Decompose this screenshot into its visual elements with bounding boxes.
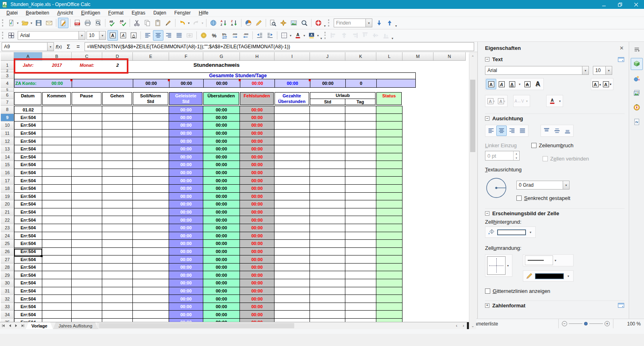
cell-status[interactable] xyxy=(376,216,402,224)
cell-ueberstunden[interactable]: 00:00 xyxy=(203,279,240,287)
cell-fehlstunden[interactable]: 00:00 xyxy=(240,248,275,256)
row-header[interactable]: 8 xyxy=(1,106,14,114)
cell-datum[interactable]: Err:504 xyxy=(14,311,42,319)
cell-kommen[interactable] xyxy=(42,303,72,311)
cell-urlaub-tag[interactable] xyxy=(345,248,376,256)
cell-gezahlte[interactable] xyxy=(275,255,310,264)
row-header[interactable]: 16 xyxy=(1,169,14,177)
underline-dropdown-icon[interactable]: ▾ xyxy=(517,82,522,86)
dropdown-icon[interactable]: ▾ xyxy=(99,31,105,39)
cell-gezahlte[interactable] xyxy=(275,114,310,122)
cell-empty[interactable] xyxy=(433,295,466,303)
cell-geleistete[interactable]: 00:00 xyxy=(169,122,203,130)
show-draw-functions-button[interactable] xyxy=(254,18,264,28)
cell-kommen[interactable] xyxy=(42,177,72,185)
cell-status[interactable] xyxy=(376,319,402,322)
cell-pause[interactable] xyxy=(72,130,102,138)
cell-gezahlte[interactable] xyxy=(275,130,310,138)
row-header[interactable]: 3 xyxy=(1,72,14,79)
cell-gezahlte[interactable] xyxy=(275,145,310,153)
cell-gezahlte[interactable] xyxy=(275,137,310,145)
cell-gehen[interactable] xyxy=(102,264,133,272)
cell-gehen[interactable] xyxy=(102,311,133,319)
cell-status[interactable] xyxy=(376,311,402,319)
toolbar-overflow-icon[interactable]: ▾ xyxy=(392,37,393,40)
align-top-button[interactable] xyxy=(541,126,552,136)
cell-pause[interactable] xyxy=(72,264,102,272)
cell-empty[interactable] xyxy=(402,193,433,201)
cell-soll[interactable] xyxy=(133,224,169,232)
cell-datum[interactable]: Err:504 xyxy=(14,130,42,138)
row-header[interactable]: 20 xyxy=(1,200,14,208)
increase-indent-button[interactable] xyxy=(265,30,275,41)
cell-gezahlte[interactable] xyxy=(275,216,310,224)
sidebar-menu-icon[interactable] xyxy=(631,43,643,56)
cell-pause[interactable] xyxy=(72,193,102,201)
cell-pause[interactable] xyxy=(72,106,102,114)
cell-soll[interactable] xyxy=(133,240,169,248)
cell-ueberstunden[interactable]: 00:00 xyxy=(203,208,240,216)
menu-einfgen[interactable]: Einfügen xyxy=(77,10,104,16)
row-header[interactable]: 32 xyxy=(1,295,14,303)
header-kommen[interactable]: Kommen xyxy=(42,92,71,105)
cell-geleistete[interactable]: 00:00 xyxy=(169,287,203,295)
header-geleistete-std[interactable]: GeleisteteStd xyxy=(169,92,202,105)
sort-ascending-button[interactable]: AZ xyxy=(219,18,229,28)
cell-empty[interactable] xyxy=(402,145,433,153)
cell-geleistete[interactable]: 00:00 xyxy=(169,248,203,256)
cell-gehen[interactable] xyxy=(102,145,133,153)
cell-urlaub-tag[interactable] xyxy=(345,264,376,272)
cell-ueberstunden[interactable]: 00:00 xyxy=(203,303,240,311)
cell-datum[interactable]: Err:504 xyxy=(14,169,42,177)
cell-urlaub-std[interactable] xyxy=(310,319,345,322)
cell-fehlstunden[interactable]: 00:00 xyxy=(240,122,275,130)
cell-gehen[interactable] xyxy=(102,319,133,322)
superscript-button[interactable]: Ax xyxy=(486,96,496,106)
cell-fehlstunden[interactable]: 00:00 xyxy=(240,161,275,169)
cell-fehlstunden[interactable]: 00:00 xyxy=(240,185,275,193)
close-sidebar-icon[interactable]: ✕ xyxy=(619,45,625,51)
toolbar-overflow-icon[interactable]: ▾ xyxy=(324,24,326,28)
cell-urlaub-std[interactable] xyxy=(310,177,345,185)
cell-urlaub-std[interactable] xyxy=(310,264,345,272)
cell-status[interactable] xyxy=(376,177,402,185)
header-urlaub[interactable]: Urlaub Std Tag xyxy=(310,92,376,105)
cell-soll[interactable] xyxy=(133,200,169,208)
cell-geleistete[interactable]: 00:00 xyxy=(169,169,203,177)
select-all-corner[interactable] xyxy=(1,52,14,61)
font-name-combo[interactable]: Arial▾ xyxy=(18,31,85,40)
menu-extras[interactable]: Extras xyxy=(128,10,149,16)
vertical-scrollbar-thumb[interactable] xyxy=(470,80,475,152)
cell-ueberstunden[interactable]: 00:00 xyxy=(203,232,240,240)
zoom-in-icon[interactable]: + xyxy=(605,321,610,326)
row-header[interactable]: 17 xyxy=(1,177,14,185)
cell-kommen[interactable] xyxy=(42,122,72,130)
spin-up-icon[interactable]: ▲ xyxy=(514,151,519,156)
page-preview-button[interactable] xyxy=(93,18,103,28)
cell-fehlstunden[interactable]: 00:00 xyxy=(240,137,275,145)
cell-urlaub-tag[interactable] xyxy=(345,106,376,114)
cell-kommen[interactable] xyxy=(42,185,72,193)
cell-status[interactable] xyxy=(376,161,402,169)
fill-handle[interactable] xyxy=(41,255,43,257)
cell-empty[interactable] xyxy=(433,200,466,208)
cell-kommen[interactable] xyxy=(42,295,72,303)
cell-gezahlte[interactable] xyxy=(275,208,310,216)
align-vcenter-button[interactable] xyxy=(552,126,562,136)
cell-empty[interactable] xyxy=(402,208,433,216)
cell-datum[interactable]: Err:504 xyxy=(14,224,42,232)
zoom-slider[interactable]: − + xyxy=(559,319,613,328)
cell-empty[interactable] xyxy=(433,130,466,138)
scroll-up-icon[interactable]: ⌃ xyxy=(469,54,476,60)
open-button[interactable] xyxy=(20,18,30,28)
align-bottom-button[interactable] xyxy=(562,126,573,136)
cell-pause[interactable] xyxy=(72,279,102,287)
undo-button[interactable] xyxy=(177,18,188,28)
cell-kommen[interactable] xyxy=(42,153,72,161)
close-button[interactable] xyxy=(628,0,644,9)
row-header[interactable]: 13 xyxy=(1,145,14,153)
cell-urlaub-tag[interactable] xyxy=(345,240,376,248)
cell-gezahlte[interactable] xyxy=(275,303,310,311)
standard-format-button[interactable]: $% xyxy=(219,30,230,41)
function-button[interactable]: = xyxy=(73,42,83,51)
